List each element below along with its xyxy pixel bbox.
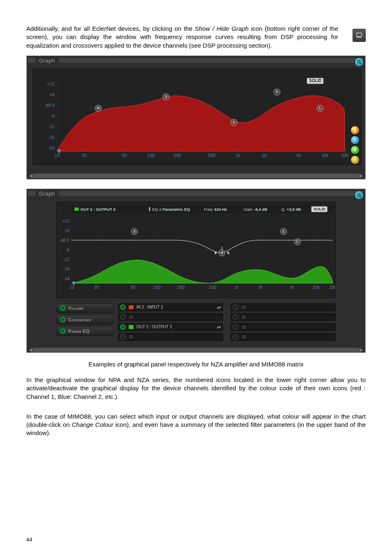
channel-select-in2[interactable]: IN 2 : INPUT 2▴▾ [118,303,223,311]
svg-text:3: 3 [133,229,135,233]
zoom-icon[interactable] [355,191,364,200]
channel-4-toggle[interactable]: 4 [350,155,360,164]
svg-text:100: 100 [147,153,154,158]
change-colour-icon[interactable] [128,315,134,320]
param-eq-button[interactable]: Param EQ [56,326,114,336]
svg-text:2k: 2k [258,285,263,290]
svg-text:20k: 20k [341,153,348,158]
channel-2-toggle[interactable]: 2 [350,136,360,145]
scroll-left-icon[interactable]: ◀ [28,347,33,353]
intro-text-3: applied to the device channels (see DSP … [103,42,272,49]
svg-text:-18: -18 [63,266,69,271]
svg-text:1: 1 [233,120,235,124]
channel-toggles: 1 2 3 4 [350,126,360,164]
svg-text:+6: +6 [49,92,55,97]
svg-text:Gain:: Gain: [244,207,253,212]
power-icon [233,334,238,340]
power-icon [120,304,126,310]
change-colour-icon[interactable] [241,315,247,320]
scroll-right-icon[interactable]: ▶ [359,173,364,179]
stepper-icon[interactable]: ▴▾ [217,325,221,329]
channel-select-empty[interactable] [118,313,223,321]
svg-text:L: L [296,240,299,244]
zoom-icon[interactable] [355,58,364,67]
channel-select-empty[interactable] [231,333,336,341]
frequency-response-chart[interactable]: H 3 1 6 L SOLID +12 +6 dB 0 [32,69,361,165]
svg-text:-24: -24 [48,145,55,150]
svg-text:20: 20 [94,285,99,290]
change-colour-icon[interactable] [74,207,79,211]
change-colour-icon[interactable] [128,325,134,329]
scroll-thumb[interactable] [33,174,359,178]
channel-1-toggle[interactable]: 1 [350,126,360,135]
curve-channel-1 [57,96,345,151]
channel-select-out2[interactable]: OUT 2 : OUTPUT 2▴▾ [118,323,223,331]
frequency-response-chart[interactable]: OUT 2 : OUTPUT 2 EQ 4: Parametric EQ Fre… [56,202,336,298]
change-colour-icon[interactable] [241,305,247,310]
channel-select-empty[interactable] [231,323,336,331]
svg-text:200: 200 [177,285,184,290]
channel-select-empty[interactable] [231,313,336,321]
intro-paragraph: Additionally, and for all EclerNet devic… [26,25,338,50]
channel-select-empty[interactable] [118,333,223,341]
volume-button[interactable]: Volume [56,303,114,313]
change-colour-icon[interactable] [241,334,247,339]
channel-select-empty[interactable] [231,303,336,311]
svg-text:-18: -18 [48,135,55,140]
change-colour-icon[interactable] [128,305,134,310]
power-icon [60,317,66,322]
eq-handle-4[interactable]: 4 [215,246,229,256]
svg-text:6: 6 [276,90,278,94]
horizontal-scrollbar[interactable]: ◀ ▶ [29,173,363,179]
horizontal-scrollbar[interactable]: ◀ ▶ [29,347,363,353]
figure-caption: Examples of graphical panel respectively… [26,360,366,368]
svg-text:-8,4 dB: -8,4 dB [254,207,267,212]
svg-text:+12: +12 [62,219,69,223]
svg-line-3 [360,62,361,64]
graph-panel-nza: Graph [26,55,366,180]
svg-text:+6: +6 [65,228,69,233]
svg-point-2 [357,60,360,63]
svg-text:624 Hz: 624 Hz [214,207,227,212]
svg-text:2k: 2k [262,153,267,158]
power-icon [233,314,238,320]
svg-line-53 [360,196,361,197]
svg-rect-0 [357,33,362,37]
svg-rect-56 [149,207,150,211]
intro-text: Additionally, and for all EclerNet devic… [26,25,195,32]
svg-text:-12: -12 [48,124,55,129]
change-colour-icon[interactable] [241,325,247,329]
svg-text:Parametric EQ: Parametric EQ [163,207,190,212]
svg-text:dB 0: dB 0 [45,103,55,108]
svg-text:-6: -6 [66,247,70,252]
scroll-left-icon[interactable]: ◀ [28,173,33,179]
change-colour-icon[interactable] [128,334,134,339]
svg-text:10: 10 [55,153,60,158]
svg-text:-24: -24 [63,276,69,281]
graph-panel-mimo88: Graph OUT 2 : OUTPUT 2 EQ 4: Parametric … [26,189,366,353]
svg-text:100: 100 [153,285,161,290]
crossover-button[interactable]: Crossover [56,315,114,325]
scroll-right-icon[interactable]: ▶ [359,347,364,353]
svg-text:+12: +12 [47,81,55,86]
channel-3-toggle[interactable]: 3 [350,145,360,154]
render-mode-tag[interactable]: SOLID [314,207,326,211]
svg-text:200: 200 [173,153,181,158]
intro-text-italic-1: Show / Hide Graph [195,25,249,32]
scroll-thumb[interactable] [33,348,359,352]
power-icon [60,328,66,334]
render-mode-tag[interactable]: SOLID [309,78,322,83]
svg-text:EQ 4:: EQ 4: [152,207,162,212]
svg-text:50: 50 [131,285,136,290]
power-icon [60,305,66,311]
svg-text:10k: 10k [313,285,320,290]
svg-text:OUT 2 : OUTPUT 2: OUT 2 : OUTPUT 2 [81,207,115,212]
power-icon [120,334,126,340]
stepper-icon[interactable]: ▴▾ [217,305,221,309]
power-icon [120,314,126,320]
power-icon [233,324,238,330]
svg-text:500: 500 [208,153,215,158]
panel-title: Graph [37,190,57,198]
show-hide-graph-icon[interactable] [353,29,366,42]
svg-text:4: 4 [221,251,223,255]
